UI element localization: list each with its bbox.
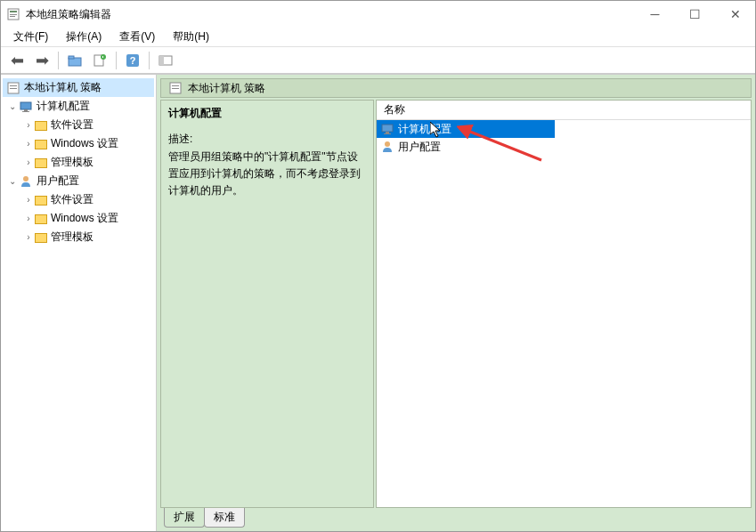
collapse-icon[interactable]: ⌄ xyxy=(6,176,19,186)
svg-rect-17 xyxy=(22,111,29,112)
tree-label: 计算机配置 xyxy=(37,99,90,114)
content-area: 本地计算机 策略 ⌄ 计算机配置 › 软件设置 › Windows 设置 › xyxy=(1,74,755,531)
list-pane: 名称 计算机配置 用户配置 xyxy=(376,100,752,508)
folder-icon xyxy=(35,233,47,243)
svg-rect-14 xyxy=(10,88,17,89)
refresh-icon xyxy=(93,53,107,68)
app-icon xyxy=(6,7,20,21)
help-icon: ? xyxy=(126,53,140,68)
svg-rect-13 xyxy=(10,85,17,86)
arrow-left-icon: ⬅ xyxy=(11,51,24,70)
user-icon xyxy=(19,174,33,189)
expand-icon[interactable]: › xyxy=(22,195,35,205)
close-button[interactable]: ✕ xyxy=(715,1,755,28)
back-button[interactable]: ⬅ xyxy=(6,50,28,71)
refresh-button[interactable] xyxy=(89,50,110,71)
tree-user-software-settings[interactable]: › 软件设置 xyxy=(3,190,154,209)
content-header: 本地计算机 策略 xyxy=(160,78,752,98)
minimize-button[interactable]: ─ xyxy=(635,1,675,28)
svg-rect-24 xyxy=(384,133,391,134)
tree-user-admin-templates[interactable]: › 管理模板 xyxy=(3,228,154,246)
list-body[interactable]: 计算机配置 用户配置 xyxy=(377,120,751,507)
tab-standard[interactable]: 标准 xyxy=(204,508,245,528)
tree-software-settings[interactable]: › 软件设置 xyxy=(3,116,154,134)
tree-label: Windows 设置 xyxy=(51,211,118,226)
computer-icon xyxy=(380,122,394,136)
collapse-icon[interactable]: ⌄ xyxy=(6,101,19,111)
user-icon xyxy=(380,140,394,154)
help-button[interactable]: ? xyxy=(122,50,143,71)
tree-label: 管理模板 xyxy=(51,155,93,170)
tree-label: 软件设置 xyxy=(51,192,93,207)
toolbar-separator xyxy=(149,52,150,69)
list-column-header[interactable]: 名称 xyxy=(377,101,751,120)
expand-icon[interactable]: › xyxy=(22,120,35,130)
content-header-text: 本地计算机 策略 xyxy=(188,81,265,96)
svg-rect-2 xyxy=(10,14,17,15)
menubar: 文件(F) 操作(A) 查看(V) 帮助(H) xyxy=(1,28,755,47)
toolbar-separator xyxy=(116,52,117,69)
tree-label: 软件设置 xyxy=(51,117,93,133)
computer-icon xyxy=(19,100,33,114)
policy-icon xyxy=(6,81,20,95)
tree-label: 管理模板 xyxy=(51,230,93,245)
forward-button[interactable]: ➡ xyxy=(31,50,53,71)
window-title: 本地组策略编辑器 xyxy=(26,7,635,22)
description-pane: 计算机配置 描述: 管理员用组策略中的"计算机配置"节点设置应用到计算机的策略，… xyxy=(160,100,374,508)
arrow-right-icon: ➡ xyxy=(36,51,49,70)
panel-icon xyxy=(159,53,173,68)
desc-label: 描述: xyxy=(168,132,366,147)
tree-label: 用户配置 xyxy=(37,173,79,189)
list-item-user-config[interactable]: 用户配置 xyxy=(377,138,751,156)
folder-up-icon xyxy=(68,53,82,68)
maximize-button[interactable]: ☐ xyxy=(675,1,715,28)
desc-title: 计算机配置 xyxy=(168,106,366,121)
gpedit-window: 本地组策略编辑器 ─ ☐ ✕ 文件(F) 操作(A) 查看(V) 帮助(H) ⬅… xyxy=(0,0,756,532)
svg-point-25 xyxy=(385,141,390,147)
svg-rect-1 xyxy=(10,11,17,12)
toolbar-separator xyxy=(58,52,59,69)
tree-root-label: 本地计算机 策略 xyxy=(24,80,102,95)
expand-icon[interactable]: › xyxy=(22,157,35,167)
menu-action[interactable]: 操作(A) xyxy=(57,28,110,46)
svg-text:?: ? xyxy=(130,55,136,66)
tab-extended[interactable]: 扩展 xyxy=(164,508,205,528)
tree-pane[interactable]: 本地计算机 策略 ⌄ 计算机配置 › 软件设置 › Windows 设置 › xyxy=(1,75,157,531)
svg-point-18 xyxy=(23,176,28,181)
menu-help[interactable]: 帮助(H) xyxy=(164,28,218,46)
window-controls: ─ ☐ ✕ xyxy=(635,1,755,28)
up-level-button[interactable] xyxy=(64,50,85,71)
expand-icon[interactable]: › xyxy=(22,139,35,149)
titlebar: 本地组策略编辑器 ─ ☐ ✕ xyxy=(1,1,755,28)
svg-rect-20 xyxy=(172,85,179,86)
tree-computer-config[interactable]: ⌄ 计算机配置 xyxy=(3,97,154,116)
tree-user-windows-settings[interactable]: › Windows 设置 xyxy=(3,209,154,228)
tree-user-config[interactable]: ⌄ 用户配置 xyxy=(3,172,154,190)
folder-icon xyxy=(35,121,47,131)
view-tabs: 扩展 标准 xyxy=(160,508,752,528)
svg-rect-22 xyxy=(382,125,393,132)
tree-root[interactable]: 本地计算机 策略 xyxy=(3,78,154,97)
tree-admin-templates[interactable]: › 管理模板 xyxy=(3,153,154,172)
policy-icon xyxy=(168,81,183,95)
toolbar: ⬅ ➡ ? xyxy=(1,47,755,74)
tree-label: Windows 设置 xyxy=(51,136,118,151)
folder-icon xyxy=(35,158,47,168)
expand-icon[interactable]: › xyxy=(22,214,35,223)
svg-rect-23 xyxy=(386,132,389,133)
folder-icon xyxy=(35,196,47,206)
split-area: 计算机配置 描述: 管理员用组策略中的"计算机配置"节点设置应用到计算机的策略，… xyxy=(160,100,752,508)
desc-text: 管理员用组策略中的"计算机配置"节点设置应用到计算机的策略，而不考虑登录到计算机… xyxy=(168,149,366,200)
main-pane: 本地计算机 策略 计算机配置 描述: 管理员用组策略中的"计算机配置"节点设置应… xyxy=(157,75,755,531)
list-item-computer-config[interactable]: 计算机配置 xyxy=(377,120,555,138)
svg-rect-16 xyxy=(24,109,28,111)
expand-icon[interactable]: › xyxy=(22,232,35,242)
show-hide-button[interactable] xyxy=(155,50,176,71)
column-name: 名称 xyxy=(384,102,405,117)
svg-rect-11 xyxy=(159,56,164,65)
list-item-label: 用户配置 xyxy=(398,140,441,155)
menu-view[interactable]: 查看(V) xyxy=(110,28,164,46)
tree-windows-settings[interactable]: › Windows 设置 xyxy=(3,134,154,153)
menu-file[interactable]: 文件(F) xyxy=(4,28,57,46)
svg-rect-21 xyxy=(172,88,179,89)
